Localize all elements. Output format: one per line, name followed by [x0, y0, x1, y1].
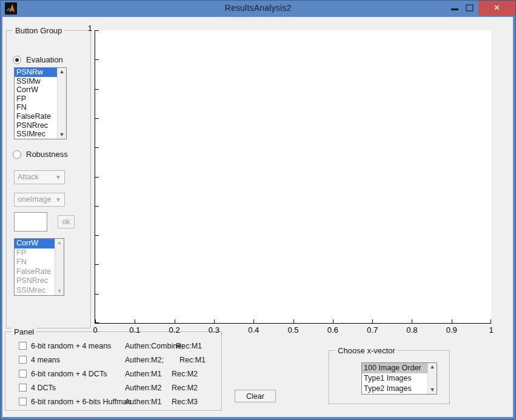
title-bar: ResultsAnalysis2 ×: [0, 0, 516, 17]
x-axis-tick: [412, 319, 412, 323]
y-axis-tick: [95, 264, 99, 265]
scroll-up-icon[interactable]: ▲: [58, 68, 66, 76]
attack-dropdown[interactable]: Attack ▼: [14, 170, 65, 184]
x-tick-label: 0.1: [129, 325, 140, 335]
x-axis-tick: [333, 319, 333, 323]
method-label: 6-bit random + 4 DCTs: [31, 370, 107, 378]
x-tick-label: 0.8: [406, 325, 417, 335]
x-axis-tick: [491, 319, 491, 323]
method-checkbox[interactable]: [19, 384, 27, 392]
x-axis-tick: [372, 319, 373, 323]
x-axis-tick: [135, 319, 135, 323]
x-tick-label: 0.2: [169, 325, 180, 335]
robustness-radio-row: Robustness: [13, 150, 68, 159]
method-rec: Rec:M3: [172, 398, 198, 406]
x-tick-label: 0.4: [248, 325, 259, 335]
method-row: 4 means Authen:M2; Rec:M1: [5, 355, 221, 365]
y-axis-tick: [95, 206, 99, 207]
y-axis-top-tick-label: 1: [79, 24, 92, 33]
method-authen: Authen:Combine;: [125, 342, 184, 350]
method-label: 4 DCTs: [31, 384, 56, 392]
list-item[interactable]: 100 Image Order: [362, 363, 437, 373]
x-tick-label: 0.6: [327, 325, 338, 335]
methods-panel: Panel 6-bit random + 4 means Authen:Comb…: [5, 332, 222, 411]
x-tick-label: 0: [93, 325, 97, 335]
choose-x-vector-title: Choose x-vector: [335, 346, 398, 355]
image-mode-dropdown-value: oneImage: [18, 195, 52, 204]
method-label: 6-bit random + 6-bits Huffman: [31, 398, 131, 406]
maximize-button[interactable]: [466, 4, 474, 12]
scroll-up-icon[interactable]: ▲: [55, 239, 64, 247]
close-button[interactable]: ×: [478, 1, 515, 16]
x-tick-label: 0.3: [209, 325, 219, 335]
ok-button[interactable]: ok: [58, 215, 75, 228]
method-row: 4 DCTs Authen:M2 Rec:M2: [5, 383, 221, 393]
attack-dropdown-value: Attack: [18, 173, 39, 181]
y-axis-tick: [95, 177, 99, 178]
scroll-down-icon[interactable]: ▼: [428, 386, 437, 394]
x-tick-label: 1: [489, 325, 493, 335]
method-checkbox[interactable]: [19, 342, 27, 350]
x-axis-tick: [253, 319, 254, 323]
robustness-radio-label: Robustness: [26, 150, 68, 159]
y-axis-tick: [95, 235, 99, 236]
y-axis-tick: [95, 59, 99, 60]
evaluation-radio-row: Evaluation: [13, 55, 63, 64]
method-authen: Authen:M2: [125, 384, 161, 392]
method-row: 6-bit random + 6-bits Huffman Authen:M1 …: [5, 397, 221, 407]
y-axis-tick: [95, 30, 99, 31]
chevron-down-icon: ▼: [55, 193, 61, 206]
method-row: 6-bit random + 4 means Authen:Combine; R…: [5, 341, 221, 351]
method-rec: Rec:M2: [172, 370, 198, 378]
robustness-radio[interactable]: [13, 150, 21, 159]
evaluation-radio-label: Evaluation: [26, 55, 63, 64]
plot-area: [95, 30, 491, 324]
list-item[interactable]: Type2 Images: [362, 384, 437, 394]
scrollbar[interactable]: ▲ ▼: [55, 239, 64, 295]
scrollbar[interactable]: ▲ ▼: [57, 68, 66, 139]
method-authen: Authen:M1: [125, 370, 161, 378]
y-axis-tick: [95, 294, 99, 295]
method-label: 4 means: [31, 356, 60, 364]
evaluation-listbox[interactable]: PSNRw SSIMw CorrW FP FN FalseRate PSNRre…: [14, 67, 67, 139]
value-input[interactable]: [14, 212, 47, 232]
x-axis-tick: [293, 319, 294, 323]
scrollbar[interactable]: ▲ ▼: [427, 363, 437, 394]
methods-panel-title: Panel: [12, 327, 36, 336]
button-group-panel: Button Group Evaluation PSNRw SSIMw Corr…: [6, 30, 91, 328]
x-tick-label: 0.7: [367, 325, 378, 335]
y-axis-tick: [95, 89, 99, 90]
scroll-up-icon[interactable]: ▲: [428, 363, 437, 371]
x-axis-tick: [214, 319, 215, 323]
figure-client-area: 1 Button Group Evaluation PSNRw SSIMw Co…: [2, 17, 513, 417]
y-axis-tick: [95, 322, 99, 323]
choose-x-vector-panel: Choose x-vector 100 Image Order Type1 Im…: [329, 350, 450, 404]
robustness-listbox[interactable]: CorrW FP FN FalseRate PSNRrec SSIMrec ▲ …: [14, 238, 64, 296]
evaluation-radio[interactable]: [13, 56, 21, 64]
method-rec: Rec:M1: [176, 342, 202, 350]
method-row: 6-bit random + 4 DCTs Authen:M1 Rec:M2: [5, 369, 221, 379]
scroll-down-icon[interactable]: ▼: [58, 131, 66, 139]
list-item[interactable]: Type1 Images: [362, 373, 437, 384]
image-mode-dropdown[interactable]: oneImage ▼: [14, 193, 65, 207]
method-checkbox[interactable]: [19, 370, 27, 378]
method-authen: Authen:M2;: [125, 356, 164, 364]
minimize-button[interactable]: [451, 8, 458, 10]
y-axis-tick: [95, 118, 99, 119]
x-tick-label: 0.9: [446, 325, 457, 335]
method-checkbox[interactable]: [19, 356, 27, 364]
button-group-title: Button Group: [13, 26, 64, 35]
clear-button[interactable]: Clear: [235, 390, 276, 402]
x-axis-tick: [452, 319, 452, 323]
scroll-down-icon[interactable]: ▼: [55, 287, 64, 295]
x-axis-tick: [175, 319, 175, 323]
method-checkbox[interactable]: [19, 398, 27, 405]
method-authen: Authen:M1: [125, 398, 161, 406]
x-vector-listbox[interactable]: 100 Image Order Type1 Images Type2 Image…: [361, 362, 437, 395]
window-title: ResultsAnalysis2: [0, 3, 516, 13]
x-tick-label: 0.5: [287, 325, 298, 335]
y-axis-tick: [95, 147, 99, 148]
app-window: ResultsAnalysis2 × 1 Button Group Evalua…: [0, 0, 516, 420]
method-rec: Rec:M2: [172, 384, 198, 392]
chevron-down-icon: ▼: [55, 171, 61, 184]
